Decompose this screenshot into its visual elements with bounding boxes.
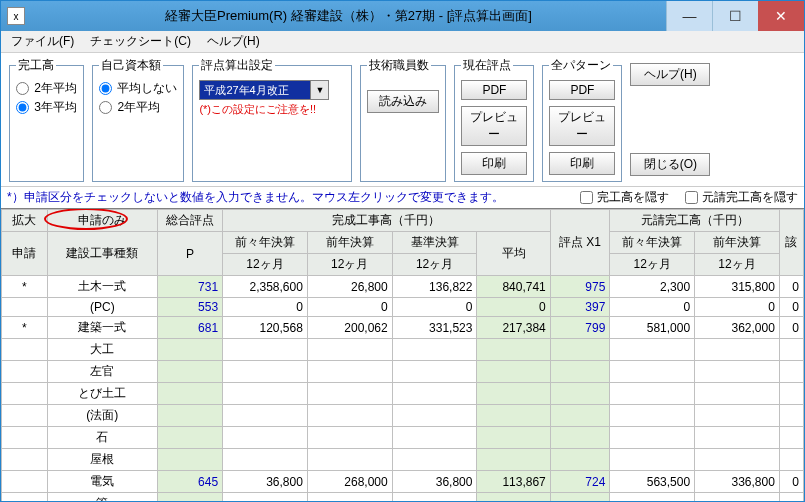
table-row[interactable]: とび土工	[2, 383, 804, 405]
opt-kanko-2yr[interactable]: 2年平均	[16, 80, 77, 97]
cell[interactable]: 0	[392, 298, 477, 317]
cell[interactable]	[610, 383, 695, 405]
cell[interactable]: 電気	[47, 471, 157, 493]
cell[interactable]	[392, 383, 477, 405]
cell[interactable]	[2, 383, 48, 405]
cell[interactable]	[610, 493, 695, 502]
cell[interactable]	[392, 339, 477, 361]
cell[interactable]	[695, 405, 780, 427]
cell[interactable]	[610, 339, 695, 361]
cell[interactable]	[2, 449, 48, 471]
btn-help[interactable]: ヘルプ(H)	[630, 63, 710, 86]
cell[interactable]: 36,800	[392, 471, 477, 493]
cell[interactable]	[695, 493, 780, 502]
cell[interactable]	[610, 449, 695, 471]
minimize-button[interactable]: —	[666, 1, 712, 31]
cell[interactable]	[157, 339, 222, 361]
cell[interactable]	[307, 339, 392, 361]
cell[interactable]	[477, 405, 550, 427]
cell[interactable]: 石	[47, 427, 157, 449]
cell[interactable]	[695, 361, 780, 383]
cell[interactable]	[307, 361, 392, 383]
cell[interactable]: 0	[223, 298, 308, 317]
cell[interactable]	[157, 361, 222, 383]
cell[interactable]: 200,062	[307, 317, 392, 339]
table-row[interactable]: 大工	[2, 339, 804, 361]
cell[interactable]	[779, 427, 803, 449]
cell[interactable]	[779, 383, 803, 405]
cell[interactable]	[307, 449, 392, 471]
cell[interactable]: 331,523	[392, 317, 477, 339]
cell[interactable]: 左官	[47, 361, 157, 383]
cell[interactable]	[307, 383, 392, 405]
btn-genzai-pdf[interactable]: PDF	[461, 80, 527, 100]
cell[interactable]	[223, 493, 308, 502]
cell[interactable]	[157, 383, 222, 405]
cell[interactable]	[307, 493, 392, 502]
cell[interactable]	[223, 339, 308, 361]
cell[interactable]: 315,800	[695, 276, 780, 298]
cell[interactable]	[779, 361, 803, 383]
menu-file[interactable]: ファイル(F)	[3, 31, 82, 52]
btn-genzai-preview[interactable]: プレビュー	[461, 106, 527, 146]
cell[interactable]: 136,822	[392, 276, 477, 298]
cell[interactable]	[2, 298, 48, 317]
menu-help[interactable]: ヘルプ(H)	[199, 31, 268, 52]
cell[interactable]: 管	[47, 493, 157, 502]
cell[interactable]: 724	[550, 471, 610, 493]
cell[interactable]	[695, 383, 780, 405]
menu-checksheet[interactable]: チェックシート(C)	[82, 31, 199, 52]
table-row[interactable]: 石	[2, 427, 804, 449]
cell[interactable]: *	[2, 317, 48, 339]
cell[interactable]: 2,300	[610, 276, 695, 298]
cell[interactable]	[2, 493, 48, 502]
cell[interactable]: 681	[157, 317, 222, 339]
cell[interactable]	[779, 449, 803, 471]
cell[interactable]: 大工	[47, 339, 157, 361]
cell[interactable]: 建築一式	[47, 317, 157, 339]
table-row[interactable]: *土木一式7312,358,60026,800136,822840,741975…	[2, 276, 804, 298]
cell[interactable]: 0	[779, 317, 803, 339]
cell[interactable]: 563,500	[610, 471, 695, 493]
cell[interactable]	[2, 427, 48, 449]
cell[interactable]: 217,384	[477, 317, 550, 339]
cell[interactable]	[477, 361, 550, 383]
cell[interactable]: 2,358,600	[223, 276, 308, 298]
cell[interactable]	[550, 427, 610, 449]
cell[interactable]	[157, 405, 222, 427]
cell[interactable]	[307, 405, 392, 427]
cell[interactable]	[392, 449, 477, 471]
hdr-shinsei-nomi[interactable]: 申請のみ	[47, 210, 157, 232]
table-row[interactable]: (PC)5530000397000	[2, 298, 804, 317]
cell[interactable]	[695, 427, 780, 449]
cell[interactable]: 26,800	[307, 276, 392, 298]
cell[interactable]: 336,800	[695, 471, 780, 493]
cell[interactable]: 0	[695, 298, 780, 317]
cb-hide-kanko[interactable]: 完工高を隠す	[580, 189, 669, 206]
cell[interactable]	[610, 405, 695, 427]
cell[interactable]	[779, 405, 803, 427]
cell[interactable]: 屋根	[47, 449, 157, 471]
cell[interactable]	[550, 405, 610, 427]
cell[interactable]: とび土工	[47, 383, 157, 405]
cell[interactable]	[779, 493, 803, 502]
cell[interactable]	[550, 361, 610, 383]
cell[interactable]: 731	[157, 276, 222, 298]
cell[interactable]	[392, 361, 477, 383]
chevron-down-icon[interactable]: ▼	[310, 81, 328, 99]
cell[interactable]	[157, 449, 222, 471]
cell[interactable]	[550, 339, 610, 361]
cell[interactable]	[307, 427, 392, 449]
cell[interactable]	[477, 427, 550, 449]
table-row[interactable]: 管	[2, 493, 804, 502]
cell[interactable]: 975	[550, 276, 610, 298]
cell[interactable]: 362,000	[695, 317, 780, 339]
table-row[interactable]: (法面)	[2, 405, 804, 427]
cell[interactable]: 36,800	[223, 471, 308, 493]
cell[interactable]: 553	[157, 298, 222, 317]
cell[interactable]	[477, 449, 550, 471]
cell[interactable]: 840,741	[477, 276, 550, 298]
cell[interactable]: 0	[779, 471, 803, 493]
cell[interactable]	[223, 361, 308, 383]
hdr-kakudai[interactable]: 拡大	[2, 210, 48, 232]
